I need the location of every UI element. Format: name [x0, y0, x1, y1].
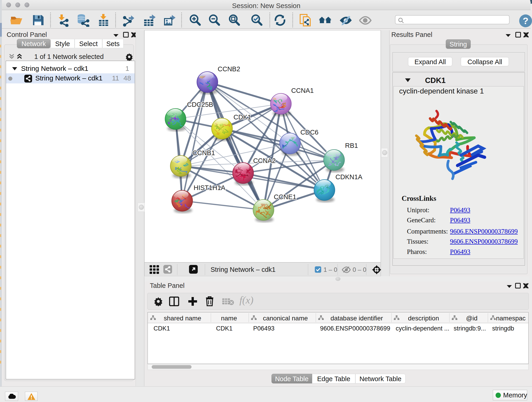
svg-text:HIST1H1A: HIST1H1A: [194, 184, 225, 191]
svg-text:CCNB1: CCNB1: [192, 149, 215, 157]
svg-text:CCNE1: CCNE1: [274, 193, 296, 201]
svg-text:CCNA2: CCNA2: [253, 157, 276, 164]
svg-text:RB1: RB1: [345, 142, 358, 149]
svg-text:CCNA1: CCNA1: [291, 87, 314, 94]
svg-text:CDC6: CDC6: [300, 128, 318, 136]
svg-text:CCNB2: CCNB2: [218, 65, 240, 73]
svg-text:CDC25B: CDC25B: [187, 101, 213, 108]
svg-text:CDK1: CDK1: [234, 114, 251, 121]
svg-text:CDKN1A: CDKN1A: [336, 173, 362, 181]
svg-text:?: ?: [523, 16, 529, 26]
